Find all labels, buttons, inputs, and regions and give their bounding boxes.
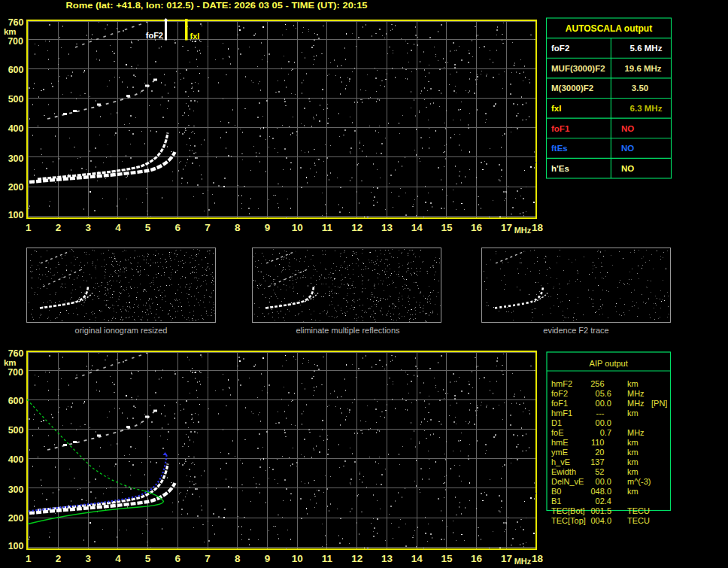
svg-text:hmE: hmE — [551, 438, 569, 447]
svg-text:hmF2: hmF2 — [551, 379, 572, 388]
svg-text:h'Es: h'Es — [551, 164, 569, 173]
svg-text:004.0: 004.0 — [590, 516, 611, 525]
svg-text:m^(-3): m^(-3) — [627, 477, 651, 486]
svg-text:MHz: MHz — [514, 226, 532, 235]
svg-text:300: 300 — [8, 153, 24, 164]
svg-text:MHz: MHz — [514, 557, 532, 566]
svg-text:km: km — [627, 457, 639, 466]
svg-text:4: 4 — [115, 222, 121, 233]
svg-text:fxI: fxI — [551, 104, 561, 113]
svg-text:MUF(3000)F2: MUF(3000)F2 — [551, 64, 605, 73]
svg-text:7: 7 — [205, 222, 211, 233]
svg-text:5: 5 — [145, 222, 151, 233]
svg-text:048.0: 048.0 — [590, 487, 611, 496]
svg-text:3.50: 3.50 — [632, 84, 648, 93]
svg-text:10: 10 — [292, 553, 303, 564]
svg-text:10: 10 — [292, 222, 303, 233]
svg-text:00.0: 00.0 — [596, 399, 611, 408]
svg-text:B1: B1 — [551, 497, 561, 506]
svg-text:18: 18 — [532, 553, 544, 564]
svg-text:0.7: 0.7 — [600, 428, 611, 437]
svg-text:km: km — [627, 438, 639, 447]
svg-text:001.5: 001.5 — [590, 506, 611, 515]
svg-text:km: km — [627, 487, 639, 496]
svg-text:MHz: MHz — [627, 428, 645, 437]
svg-text:9: 9 — [265, 553, 271, 564]
svg-text:13: 13 — [381, 553, 393, 564]
svg-text:6.3 MHz: 6.3 MHz — [630, 104, 663, 113]
svg-text:16: 16 — [471, 222, 483, 233]
svg-text:foF2: foF2 — [146, 31, 163, 40]
svg-text:17: 17 — [501, 553, 512, 564]
svg-text:NO: NO — [621, 124, 634, 133]
svg-text:18: 18 — [532, 222, 544, 233]
svg-text:8: 8 — [235, 553, 241, 564]
svg-text:19.6 MHz: 19.6 MHz — [624, 64, 661, 73]
svg-text:M(3000)F2: M(3000)F2 — [551, 84, 593, 93]
svg-text:11: 11 — [322, 222, 333, 233]
svg-text:256: 256 — [590, 379, 604, 388]
svg-text:12: 12 — [351, 553, 362, 564]
svg-text:9: 9 — [265, 222, 271, 233]
svg-text:foF1: foF1 — [551, 399, 568, 408]
svg-text:3: 3 — [85, 553, 91, 564]
svg-text:km: km — [627, 467, 639, 476]
svg-text:km: km — [4, 27, 17, 36]
svg-text:eliminate multiple reflections: eliminate multiple reflections — [296, 326, 400, 335]
svg-text:Rome (lat: +41.8, lon: 012.5): Rome (lat: +41.8, lon: 012.5) - DATE: 20… — [66, 1, 369, 10]
svg-text:400: 400 — [8, 123, 24, 134]
svg-text:600: 600 — [8, 65, 24, 75]
svg-text:15: 15 — [441, 553, 453, 564]
svg-text:B0: B0 — [551, 487, 561, 496]
svg-text:400: 400 — [8, 454, 24, 465]
svg-text:TECU: TECU — [627, 506, 650, 515]
svg-text:14: 14 — [411, 222, 423, 233]
svg-text:Ewidth: Ewidth — [551, 467, 576, 476]
svg-text:3: 3 — [85, 222, 91, 233]
svg-text:02.4: 02.4 — [596, 497, 611, 506]
svg-text:km: km — [627, 448, 639, 457]
svg-text:foF2: foF2 — [551, 44, 569, 53]
svg-text:h_vE: h_vE — [551, 457, 570, 466]
svg-text:foF2: foF2 — [551, 389, 568, 398]
svg-text:1: 1 — [26, 553, 32, 564]
svg-text:500: 500 — [8, 425, 24, 436]
svg-text:ftEs: ftEs — [551, 144, 568, 153]
svg-text:14: 14 — [411, 553, 423, 564]
svg-text:D1: D1 — [551, 418, 562, 427]
svg-text:600: 600 — [8, 396, 24, 406]
svg-text:NO: NO — [621, 164, 634, 173]
svg-text:km: km — [627, 409, 639, 418]
svg-text:52: 52 — [595, 467, 604, 476]
svg-text:13: 13 — [381, 222, 393, 233]
svg-text:300: 300 — [8, 484, 24, 495]
svg-text:500: 500 — [8, 94, 24, 105]
svg-text:16: 16 — [471, 553, 483, 564]
svg-text:[PN]: [PN] — [651, 399, 667, 408]
svg-text:TEC[Top]: TEC[Top] — [551, 516, 586, 525]
svg-text:15: 15 — [441, 222, 453, 233]
svg-text:---: --- — [596, 409, 605, 418]
svg-text:foE: foE — [551, 428, 564, 437]
svg-text:2: 2 — [56, 222, 62, 233]
svg-text:hmF1: hmF1 — [551, 409, 572, 418]
svg-text:6: 6 — [175, 553, 181, 564]
svg-text:km: km — [4, 358, 17, 367]
svg-text:km: km — [627, 379, 639, 388]
svg-text:TEC[Bot]: TEC[Bot] — [551, 506, 585, 515]
svg-text:MHz: MHz — [627, 399, 645, 408]
svg-text:700: 700 — [8, 367, 23, 378]
svg-text:100: 100 — [8, 210, 24, 220]
svg-text:AIP output: AIP output — [590, 359, 628, 368]
svg-text:200: 200 — [8, 182, 24, 193]
svg-text:TECU: TECU — [627, 516, 650, 525]
svg-text:original ionogram resized: original ionogram resized — [75, 326, 168, 335]
svg-text:foF1: foF1 — [551, 124, 570, 133]
svg-text:00.0: 00.0 — [596, 418, 611, 427]
svg-text:ymE: ymE — [551, 448, 568, 457]
svg-text:00.0: 00.0 — [596, 477, 611, 486]
svg-text:evidence F2 trace: evidence F2 trace — [543, 326, 608, 335]
svg-text:5.6 MHz: 5.6 MHz — [630, 44, 663, 53]
svg-text:6: 6 — [175, 222, 181, 233]
svg-text:8: 8 — [235, 222, 241, 233]
